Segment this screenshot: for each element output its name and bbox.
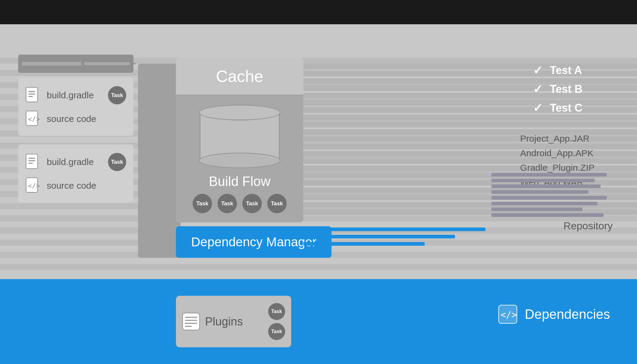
repo-line-7 — [491, 207, 582, 211]
file-row-gradle-2: build.gradle Task — [25, 153, 126, 171]
task-3: Task — [242, 194, 262, 213]
file-card-2: build.gradle Task </> source code — [18, 144, 133, 203]
code-icon-1: </> — [25, 110, 41, 127]
cylinder — [199, 105, 281, 168]
compressed-bar — [18, 55, 133, 73]
svg-text:</>: </> — [28, 182, 40, 190]
tasks-row: Task Task Task Task — [182, 194, 297, 213]
repo-line-3 — [491, 184, 601, 188]
repo-line-6 — [491, 202, 598, 205]
document-icon-1 — [25, 87, 41, 104]
left-panel: build.gradle Task </> source code — [18, 55, 146, 211]
plugins-box: Plugins Task Task — [176, 296, 291, 347]
dependencies-label: Dependencies — [525, 307, 610, 322]
source-label-1: source code — [47, 114, 96, 124]
build-flow-body: Build Flow Task Task Task Task — [176, 96, 303, 222]
blue-line-2 — [303, 235, 455, 238]
task-4: Task — [267, 194, 287, 213]
bar-line — [22, 62, 81, 66]
svg-rect-12 — [183, 313, 200, 330]
dependency-manager-label: Dependency Manager — [191, 235, 316, 249]
test-a-item: ✓ Test A — [533, 64, 582, 77]
output-apk: Android_App.APK — [520, 148, 595, 158]
svg-rect-0 — [26, 87, 38, 102]
svg-text:</>: </> — [500, 309, 517, 320]
file-row-source-1: </> source code — [25, 110, 126, 127]
svg-rect-6 — [26, 154, 38, 169]
plugin-tasks: Task Task — [268, 303, 285, 340]
gradle-label-1: build.gradle — [47, 90, 94, 100]
conn-line-6 — [303, 100, 637, 106]
conn-line-7 — [303, 107, 637, 113]
build-flow-label: Build Flow — [182, 174, 297, 189]
conn-line-4 — [303, 86, 637, 91]
repository-label: Repository — [491, 220, 613, 232]
task-badge-1: Task — [108, 86, 126, 104]
blue-line-3 — [303, 242, 425, 246]
conn-line-9 — [303, 122, 637, 127]
task-2: Task — [217, 194, 237, 213]
check-icon-a: ✓ — [533, 64, 543, 77]
test-b-label: Test B — [550, 83, 582, 96]
cylinder-top — [199, 105, 281, 120]
blue-line-1 — [303, 228, 485, 231]
plugins-icon — [182, 312, 200, 331]
cylinder-bottom — [199, 153, 281, 168]
document-icon-2 — [25, 153, 41, 170]
repo-line-8 — [491, 213, 604, 217]
repo-line-5 — [491, 196, 607, 200]
task-badge-2: Task — [108, 153, 126, 171]
test-c-item: ✓ Test C — [533, 101, 582, 115]
file-row-gradle-1: build.gradle Task — [25, 86, 126, 104]
conn-line-5 — [303, 93, 637, 98]
plugin-task-2: Task — [268, 323, 285, 340]
task-1: Task — [193, 194, 212, 213]
svg-text:</>: </> — [28, 115, 40, 123]
dependencies-code-icon: </> — [498, 305, 517, 324]
conn-line-2 — [303, 71, 637, 76]
plugins-label: Plugins — [205, 315, 263, 328]
cache-label: Cache — [216, 67, 263, 85]
main-area: build.gradle Task </> source code — [0, 24, 637, 279]
repo-line-1 — [491, 173, 607, 177]
conn-line-1 — [303, 64, 637, 69]
test-b-item: ✓ Test B — [533, 83, 582, 96]
test-results: ✓ Test A ✓ Test B ✓ Test C — [533, 64, 582, 120]
test-a-label: Test A — [550, 64, 582, 77]
test-c-label: Test C — [550, 102, 582, 114]
top-bar — [0, 0, 637, 24]
conn-line-3 — [303, 78, 637, 84]
repo-line-4 — [491, 190, 588, 194]
check-icon-b: ✓ — [533, 83, 543, 96]
plugin-task-1: Task — [268, 303, 285, 320]
file-card-1: build.gradle Task </> source code — [18, 78, 133, 136]
check-icon-c: ✓ — [533, 101, 543, 115]
repo-line-2 — [491, 179, 595, 182]
repository-area: Repository — [491, 173, 613, 232]
bottom-bar: Plugins Task Task </> Dependencies — [0, 279, 637, 364]
output-jar: Project_App.JAR — [520, 133, 595, 144]
bar-line2 — [84, 62, 130, 65]
dependencies-box[interactable]: </> Dependencies — [488, 292, 619, 336]
source-label-2: source code — [47, 180, 96, 191]
cache-header: Cache — [176, 58, 303, 96]
code-icon-2: </> — [25, 177, 41, 194]
conn-line-8 — [303, 115, 637, 120]
gradle-label-2: build.gradle — [47, 157, 94, 167]
output-zip: Gradle_Plugin.ZIP — [520, 163, 595, 173]
file-row-source-2: </> source code — [25, 177, 126, 194]
cache-build-container: Cache Build Flow Task Task Task Task — [176, 58, 303, 222]
repo-lines — [491, 173, 613, 217]
